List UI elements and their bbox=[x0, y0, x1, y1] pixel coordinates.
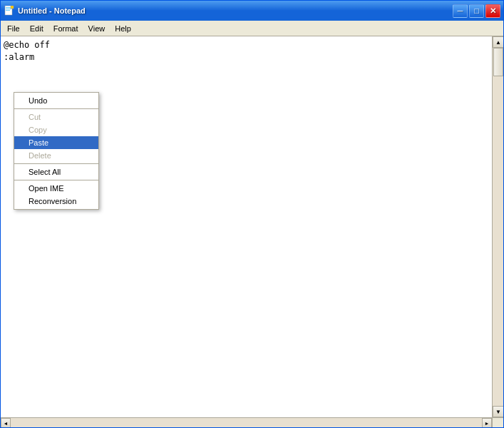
ctx-separator-1 bbox=[14, 108, 98, 109]
title-bar-left: Untitled - Notepad bbox=[4, 5, 86, 16]
scroll-down-button[interactable]: ▼ bbox=[493, 406, 503, 417]
ctx-copy: Copy bbox=[14, 123, 98, 136]
scrollbar-corner bbox=[492, 417, 503, 427]
close-button[interactable]: ✕ bbox=[485, 4, 500, 18]
svg-rect-4 bbox=[11, 6, 14, 9]
menu-file[interactable]: File bbox=[2, 22, 25, 35]
scroll-track-v[interactable] bbox=[493, 48, 503, 406]
vertical-scrollbar: ▲ ▼ bbox=[492, 36, 503, 417]
title-bar: Untitled - Notepad ─ □ ✕ bbox=[1, 1, 503, 21]
scroll-left-button[interactable]: ◄ bbox=[1, 418, 11, 427]
ctx-select-all[interactable]: Select All bbox=[14, 165, 98, 178]
ctx-separator-3 bbox=[14, 180, 98, 180]
ctx-cut: Cut bbox=[14, 111, 98, 123]
horizontal-scrollbar: ◄ ► bbox=[1, 417, 492, 427]
title-bar-buttons: ─ □ ✕ bbox=[453, 4, 500, 18]
ctx-separator-2 bbox=[14, 163, 98, 164]
scroll-right-button[interactable]: ► bbox=[482, 418, 492, 427]
ctx-delete: Delete bbox=[14, 149, 98, 162]
ctx-reconversion[interactable]: Reconversion bbox=[14, 195, 98, 208]
svg-rect-3 bbox=[6, 10, 10, 11]
notepad-window: Untitled - Notepad ─ □ ✕ File Edit Forma… bbox=[0, 0, 504, 428]
menu-help[interactable]: Help bbox=[110, 22, 136, 35]
context-menu: Undo Cut Copy Paste Delete Select All Op… bbox=[14, 92, 99, 210]
ctx-paste[interactable]: Paste bbox=[14, 136, 98, 149]
maximize-button[interactable]: □ bbox=[469, 4, 484, 18]
ctx-undo[interactable]: Undo bbox=[14, 94, 98, 107]
ctx-open-ime[interactable]: Open IME bbox=[14, 182, 98, 195]
menu-view[interactable]: View bbox=[83, 22, 110, 35]
menu-bar: File Edit Format View Help bbox=[1, 21, 503, 36]
window-title: Untitled - Notepad bbox=[18, 6, 86, 15]
menu-edit[interactable]: Edit bbox=[25, 22, 48, 35]
scroll-track-h[interactable] bbox=[11, 418, 482, 427]
scroll-thumb-v[interactable] bbox=[493, 48, 503, 76]
notepad-icon bbox=[4, 5, 15, 16]
editor-container: @echo off :alarm ▲ ▼ ◄ ► Undo Cut Copy P… bbox=[1, 36, 503, 427]
minimize-button[interactable]: ─ bbox=[453, 4, 468, 18]
menu-format[interactable]: Format bbox=[48, 22, 83, 35]
scroll-up-button[interactable]: ▲ bbox=[493, 36, 503, 48]
